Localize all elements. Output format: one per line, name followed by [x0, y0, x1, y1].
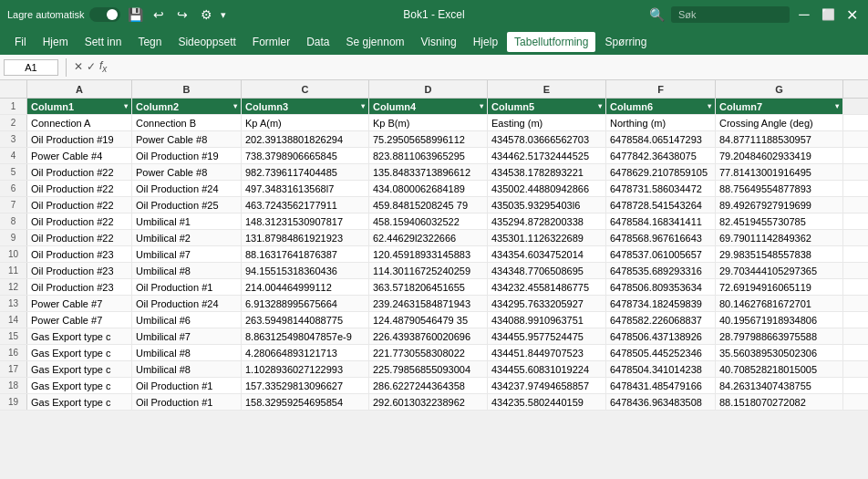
cell-d[interactable]: 120.45918933145883 — [369, 246, 488, 262]
cell-e[interactable]: 434538.1782893221 — [488, 164, 606, 180]
cell-a[interactable]: Oil Production #22 — [27, 181, 132, 196]
cell-b[interactable]: Umbilical #1 — [132, 213, 242, 229]
cell-f[interactable]: 6478582.226068837 — [606, 312, 716, 328]
cell-d[interactable]: 292.6013032238962 — [369, 394, 488, 410]
cell-d[interactable]: 221.7730558308022 — [369, 345, 488, 360]
cell-d[interactable]: 286.6227244364358 — [369, 378, 488, 393]
cell-f[interactable]: 6478431.485479166 — [606, 378, 716, 393]
cell-f[interactable]: 6478731.586034472 — [606, 181, 716, 196]
cell-a[interactable]: Gas Export type c — [27, 328, 132, 344]
cell-d[interactable]: 239.24631584871943 — [369, 296, 488, 311]
cell-d[interactable]: 114.30116725240259 — [369, 263, 488, 278]
cell-g[interactable]: 84.26313407438755 — [716, 378, 843, 393]
cell-d[interactable]: 226.43938760020696 — [369, 328, 488, 344]
cell-b[interactable]: Oil Production #1 — [132, 394, 242, 410]
subheader-b[interactable]: Connection B — [132, 115, 242, 130]
save-icon[interactable]: 💾 — [126, 5, 144, 24]
restore-icon[interactable]: ⬜ — [819, 5, 837, 24]
cell-e[interactable]: 434578.03666562703 — [488, 131, 606, 147]
cell-b[interactable]: Umbilical #8 — [132, 345, 242, 360]
dropdown-arrow-icon[interactable]: ▾ — [221, 9, 226, 21]
insert-function-icon[interactable]: fx — [99, 59, 107, 74]
formula-input[interactable] — [110, 60, 864, 75]
cell-b[interactable]: Umbilical #6 — [132, 312, 242, 328]
cell-f[interactable]: 6477842.36438075 — [606, 148, 716, 163]
cell-a[interactable]: Oil Production #23 — [27, 279, 132, 295]
col-header-a[interactable]: A — [27, 80, 132, 98]
cell-c[interactable]: 202.39138801826294 — [242, 131, 369, 147]
col-header-c[interactable]: C — [242, 80, 369, 98]
menu-fil[interactable]: Fil — [7, 32, 34, 52]
cell-c[interactable]: 263.59498144088775 — [242, 312, 369, 328]
cell-a[interactable]: Power Cable #4 — [27, 148, 132, 163]
col-header-e[interactable]: E — [488, 80, 606, 98]
cell-e[interactable]: 434232.45581486775 — [488, 279, 606, 295]
cell-f[interactable]: 6478629.2107859105 — [606, 164, 716, 180]
minimize-icon[interactable]: ─ — [795, 5, 813, 24]
cell-f[interactable]: 6478584.065147293 — [606, 131, 716, 147]
cell-a[interactable]: Power Cable #7 — [27, 296, 132, 311]
cell-g[interactable]: 29.703444105297365 — [716, 263, 843, 278]
search-input[interactable] — [671, 6, 790, 23]
header-cell-col2[interactable]: Column2 ▾ — [132, 99, 242, 114]
cell-a[interactable]: Power Cable #7 — [27, 312, 132, 328]
menu-formler[interactable]: Formler — [245, 32, 297, 52]
cell-d[interactable]: 459.84815208245 79 — [369, 197, 488, 213]
cell-c[interactable]: 1.1028936027122993 — [242, 361, 369, 377]
cell-d[interactable]: 458.159406032522 — [369, 213, 488, 229]
cell-g[interactable]: 82.4519455730785 — [716, 213, 843, 229]
cell-reference-input[interactable] — [4, 59, 58, 76]
cell-f[interactable]: 6478504.341014238 — [606, 361, 716, 377]
menu-visning[interactable]: Visning — [414, 32, 464, 52]
cell-d[interactable]: 135.84833713896612 — [369, 164, 488, 180]
cell-e[interactable]: 434455.9577524475 — [488, 328, 606, 344]
header-cell-col6[interactable]: Column6 ▾ — [606, 99, 716, 114]
cell-f[interactable]: 6478584.168341411 — [606, 213, 716, 229]
cell-f[interactable]: 6478506.809353634 — [606, 279, 716, 295]
cell-g[interactable]: 29.98351548557838 — [716, 246, 843, 262]
menu-data[interactable]: Data — [299, 32, 336, 52]
subheader-f[interactable]: Northing (m) — [606, 115, 716, 130]
menu-se-gjennom[interactable]: Se gjennom — [339, 32, 412, 52]
filter-arrow-icon[interactable]: ▾ — [361, 102, 365, 110]
cell-f[interactable]: 6478436.963483508 — [606, 394, 716, 410]
cell-c[interactable]: 982.7396117404485 — [242, 164, 369, 180]
cell-d[interactable]: 823.8811063965295 — [369, 148, 488, 163]
cell-g[interactable]: 89.49267927919699 — [716, 197, 843, 213]
subheader-a[interactable]: Connection A — [27, 115, 132, 130]
confirm-formula-icon[interactable]: ✓ — [87, 60, 96, 73]
filter-arrow-icon[interactable]: ▾ — [708, 102, 711, 110]
subheader-d[interactable]: Kp B(m) — [369, 115, 488, 130]
cell-c[interactable]: 131.87984861921923 — [242, 230, 369, 245]
auto-save-toggle[interactable] — [89, 7, 120, 22]
cell-e[interactable]: 434237.97494658857 — [488, 378, 606, 393]
cell-a[interactable]: Oil Production #23 — [27, 263, 132, 278]
cell-g[interactable]: 72.69194916065119 — [716, 279, 843, 295]
cell-e[interactable]: 434235.5802440159 — [488, 394, 606, 410]
filter-arrow-icon[interactable]: ▾ — [233, 102, 237, 110]
cell-g[interactable]: 88.1518070272082 — [716, 394, 843, 410]
cell-b[interactable]: Umbilical #8 — [132, 361, 242, 377]
header-cell-col3[interactable]: Column3 ▾ — [242, 99, 369, 114]
cell-a[interactable]: Oil Production #19 — [27, 131, 132, 147]
cell-b[interactable]: Oil Production #25 — [132, 197, 242, 213]
undo-icon[interactable]: ↩ — [150, 5, 168, 24]
cell-d[interactable]: 62.44629l2322666 — [369, 230, 488, 245]
filter-arrow-icon[interactable]: ▾ — [835, 102, 839, 110]
cell-g[interactable]: 77.81413001916495 — [716, 164, 843, 180]
cell-a[interactable]: Oil Production #22 — [27, 164, 132, 180]
header-cell-col1[interactable]: Column1 ▾ — [27, 99, 132, 114]
cell-a[interactable]: Gas Export type c — [27, 378, 132, 393]
menu-sideoppsett[interactable]: Sideoppsett — [170, 32, 243, 52]
col-header-b[interactable]: B — [132, 80, 242, 98]
cell-g[interactable]: 84.87711188530957 — [716, 131, 843, 147]
cell-c[interactable]: 497.34831613568l7 — [242, 181, 369, 196]
cell-d[interactable]: 363.5718206451655 — [369, 279, 488, 295]
cell-b[interactable]: Power Cable #8 — [132, 164, 242, 180]
cell-f[interactable]: 6478568.967616643 — [606, 230, 716, 245]
cell-a[interactable]: Oil Production #22 — [27, 213, 132, 229]
cell-f[interactable]: 6478505.445252346 — [606, 345, 716, 360]
filter-arrow-icon[interactable]: ▾ — [598, 102, 602, 110]
cell-e[interactable]: 434462.51732444525 — [488, 148, 606, 163]
cell-g[interactable]: 28.797988663975588 — [716, 328, 843, 344]
